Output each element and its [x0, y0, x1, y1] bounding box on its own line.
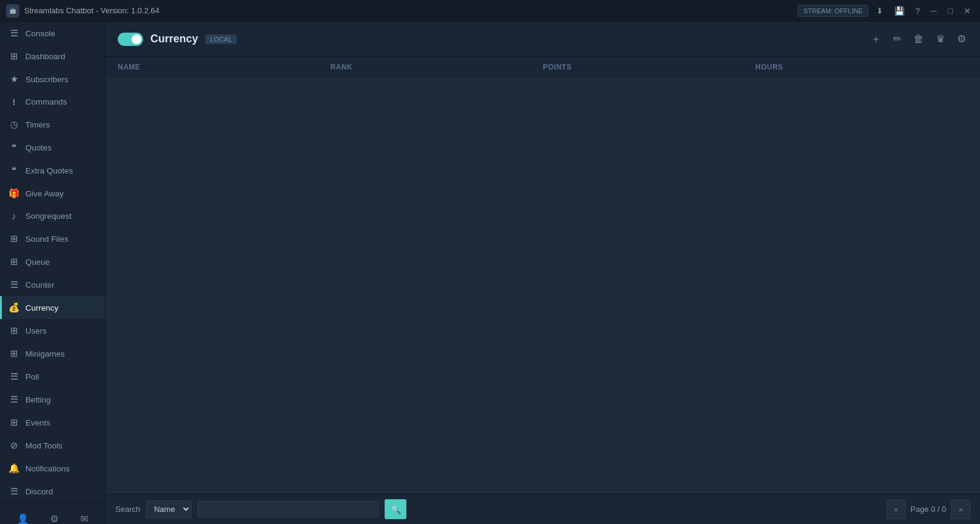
- sidebar-label-quotes: Quotes: [25, 143, 52, 152]
- sidebar-label-extra-quotes: Extra Quotes: [25, 166, 73, 175]
- extra-quotes-icon: ❝: [8, 165, 19, 176]
- commands-icon: !: [8, 97, 19, 107]
- maximize-icon[interactable]: □: [945, 5, 956, 17]
- table-body: [106, 78, 980, 320]
- sidebar-label-notifications: Notifications: [25, 464, 70, 473]
- currency-toggle[interactable]: [118, 33, 143, 46]
- users-icon: ⊞: [8, 325, 19, 336]
- delete-button[interactable]: 🗑: [912, 31, 926, 47]
- table-container: NAME RANK POINTS HOURS: [106, 57, 980, 494]
- col-points: POINTS: [543, 63, 755, 71]
- user-profile-icon[interactable]: 👤: [14, 511, 31, 524]
- subscribers-icon: ★: [8, 74, 19, 85]
- sidebar-label-queue: Queue: [25, 257, 50, 267]
- sidebar-label-subscribers: Subscribers: [25, 75, 68, 84]
- sidebar-label-sound-files: Sound Files: [25, 235, 68, 244]
- sidebar-label-poll: Poll: [25, 372, 39, 381]
- search-input[interactable]: [197, 501, 379, 517]
- sidebar-item-events[interactable]: ⊞ Events: [0, 411, 105, 434]
- sidebar-label-mod-tools: Mod Tools: [25, 441, 62, 450]
- sidebar-item-commands[interactable]: ! Commands: [0, 91, 105, 113]
- songrequest-icon: ♪: [8, 211, 19, 221]
- sidebar-item-discord[interactable]: ☰ Discord: [0, 480, 105, 503]
- close-icon[interactable]: ✕: [961, 5, 974, 17]
- sidebar-item-timers[interactable]: ◷ Timers: [0, 113, 105, 136]
- sidebar-item-poll[interactable]: ☰ Poll: [0, 365, 105, 388]
- sidebar-label-commands: Commands: [25, 97, 67, 106]
- sidebar-label-currency: Currency: [25, 303, 59, 312]
- sidebar-item-extra-quotes[interactable]: ❝ Extra Quotes: [0, 159, 105, 182]
- sidebar-label-minigames: Minigames: [25, 349, 65, 358]
- giveaway-icon: 🎁: [8, 188, 19, 199]
- content-header-right: ＋ ✏ 🗑 ♛ ⚙: [869, 30, 968, 48]
- pagination: « Page 0 / 0 »: [886, 500, 970, 519]
- edit-button[interactable]: ✏: [891, 31, 903, 47]
- bottom-bar: Search Name Rank Points Hours 🔍 « Page 0…: [106, 494, 980, 524]
- sidebar-label-give-away: Give Away: [25, 189, 64, 198]
- timers-icon: ◷: [8, 119, 19, 130]
- sidebar-label-songrequest: Songrequest: [25, 212, 72, 221]
- sidebar-label-users: Users: [25, 326, 46, 335]
- counter-icon: ☰: [8, 279, 19, 290]
- crown-button[interactable]: ♛: [934, 31, 947, 47]
- sidebar-item-mod-tools[interactable]: ⊘ Mod Tools: [0, 434, 105, 457]
- search-icon: 🔍: [391, 505, 401, 514]
- console-icon: ☰: [8, 28, 19, 39]
- minimize-icon[interactable]: ─: [928, 5, 940, 17]
- sidebar-item-sound-files[interactable]: ⊞ Sound Files: [0, 227, 105, 250]
- discord-icon: ☰: [8, 486, 19, 497]
- mail-icon[interactable]: ✉: [78, 511, 91, 524]
- app-title: Streamlabs Chatbot - Version: 1.0.2.64: [24, 6, 159, 15]
- poll-icon: ☰: [8, 371, 19, 382]
- sidebar-item-currency[interactable]: 💰 Currency: [0, 296, 105, 319]
- save-icon[interactable]: 💾: [891, 5, 908, 17]
- titlebar: 🤖 Streamlabs Chatbot - Version: 1.0.2.64…: [0, 0, 980, 22]
- sidebar-item-songrequest[interactable]: ♪ Songrequest: [0, 205, 105, 227]
- settings-button[interactable]: ⚙: [955, 31, 968, 47]
- notifications-icon: 🔔: [8, 463, 19, 474]
- add-button[interactable]: ＋: [869, 30, 883, 48]
- sidebar-item-quotes[interactable]: ❝ Quotes: [0, 136, 105, 159]
- sidebar-item-users[interactable]: ⊞ Users: [0, 319, 105, 342]
- table-header: NAME RANK POINTS HOURS: [106, 57, 980, 78]
- sidebar-label-counter: Counter: [25, 280, 54, 289]
- sidebar-item-dashboard[interactable]: ⊞ Dashboard: [0, 45, 105, 68]
- sidebar-item-minigames[interactable]: ⊞ Minigames: [0, 342, 105, 365]
- next-page-icon: »: [959, 505, 963, 514]
- search-label: Search: [115, 505, 140, 514]
- minigames-icon: ⊞: [8, 348, 19, 359]
- sound-files-icon: ⊞: [8, 233, 19, 244]
- prev-page-button[interactable]: «: [886, 500, 906, 519]
- betting-icon: ☰: [8, 394, 19, 405]
- help-icon[interactable]: ?: [912, 5, 923, 17]
- col-name: NAME: [118, 63, 330, 71]
- sidebar-item-queue[interactable]: ⊞ Queue: [0, 250, 105, 273]
- col-hours: HOURS: [755, 63, 968, 71]
- page-info: Page 0 / 0: [911, 505, 946, 514]
- sidebar-item-counter[interactable]: ☰ Counter: [0, 273, 105, 296]
- local-badge: LOCAL: [205, 34, 237, 44]
- sidebar-item-console[interactable]: ☰ Console: [0, 22, 105, 45]
- dashboard-icon: ⊞: [8, 51, 19, 62]
- sidebar-item-betting[interactable]: ☰ Betting: [0, 388, 105, 411]
- sidebar-label-dashboard: Dashboard: [25, 52, 65, 61]
- sidebar-item-notifications[interactable]: 🔔 Notifications: [0, 457, 105, 480]
- settings-icon[interactable]: ⚙: [48, 511, 61, 524]
- col-rank: RANK: [330, 63, 543, 71]
- sidebar-item-subscribers[interactable]: ★ Subscribers: [0, 68, 105, 91]
- content-header-left: Currency LOCAL: [118, 33, 237, 46]
- titlebar-right: STREAM: OFFLINE ⬇ 💾 ? ─ □ ✕: [798, 5, 974, 17]
- search-button[interactable]: 🔍: [385, 499, 406, 519]
- next-page-button[interactable]: »: [951, 500, 970, 519]
- sidebar: ☰ Console ⊞ Dashboard ★ Subscribers ! Co…: [0, 22, 106, 524]
- sidebar-label-events: Events: [25, 418, 50, 427]
- sidebar-label-timers: Timers: [25, 120, 50, 129]
- sidebar-label-betting: Betting: [25, 395, 51, 404]
- search-dropdown[interactable]: Name Rank Points Hours: [146, 500, 191, 518]
- content-title: Currency: [150, 33, 198, 45]
- sidebar-item-give-away[interactable]: 🎁 Give Away: [0, 182, 105, 205]
- sidebar-label-discord: Discord: [25, 487, 53, 496]
- download-icon[interactable]: ⬇: [873, 5, 886, 17]
- events-icon: ⊞: [8, 417, 19, 428]
- titlebar-left: 🤖 Streamlabs Chatbot - Version: 1.0.2.64: [6, 4, 159, 18]
